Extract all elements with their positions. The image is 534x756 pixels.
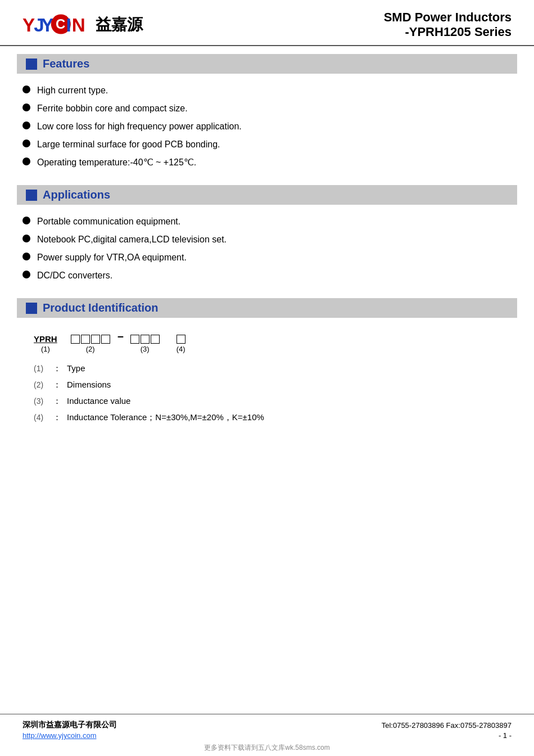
pid-group-4: (4)	[177, 335, 185, 353]
list-item: Portable communication equipment.	[22, 215, 512, 228]
feature-item-3: Low core loss for high frequency power a…	[37, 120, 242, 133]
bullet-dot	[22, 271, 30, 278]
pid-group2-label: (2)	[86, 345, 95, 353]
footer-watermark: 更多资料下载请到五八文库wk.58sms.com	[22, 741, 512, 754]
features-title: Features	[43, 57, 89, 70]
features-section-bar: Features	[17, 54, 517, 74]
legend-num-4: (4)	[34, 413, 47, 422]
bullet-dot	[22, 235, 30, 242]
pid-boxes-2	[71, 335, 110, 344]
pid-box	[81, 335, 90, 344]
title-line2: -YPRH1205 Series	[384, 25, 512, 39]
list-item: High current type.	[22, 84, 512, 97]
logo-area: Y J Y C I N 益嘉源	[22, 11, 143, 38]
footer: 深圳市益嘉源电子有限公司 Tel:0755-27803896 Fax:0755-…	[0, 714, 534, 756]
title-line1: SMD Power Inductors	[384, 10, 512, 25]
logo-text-cn: 益嘉源	[96, 14, 143, 35]
product-id-diagram: YPRH (1) (2) －	[34, 329, 500, 353]
list-item: Power supply for VTR,OA equipment.	[22, 251, 512, 264]
pid-group3-label: (3)	[141, 345, 150, 353]
legend-num-3: (3)	[34, 397, 47, 406]
header: Y J Y C I N 益嘉源 SMD Power Inductors -YPR…	[0, 0, 534, 46]
applications-icon	[26, 190, 37, 201]
pid-prefix: YPRH	[34, 334, 57, 344]
svg-text:Y: Y	[22, 15, 35, 35]
footer-company: 深圳市益嘉源电子有限公司	[22, 720, 117, 730]
bullet-dot	[22, 158, 30, 165]
pid-box	[101, 335, 110, 344]
feature-item-4: Large terminal surface for good PCB bond…	[37, 138, 220, 151]
legend-desc-3: Inductance value	[67, 396, 130, 406]
pid-box	[71, 335, 80, 344]
product-id-title: Product Identification	[43, 302, 159, 314]
svg-text:I: I	[66, 15, 71, 35]
pid-group4-label: (4)	[177, 345, 185, 353]
list-item: (3) ： Inductance value	[34, 396, 500, 407]
bullet-dot	[22, 217, 30, 224]
bullet-dot	[22, 122, 30, 129]
list-item: (1) ： Type	[34, 363, 500, 374]
feature-item-2: Ferrite bobbin core and compact size.	[37, 102, 188, 115]
app-item-3: Power supply for VTR,OA equipment.	[37, 251, 187, 264]
list-item: (4) ： Inductance Tolerance；N=±30%,M=±20%…	[34, 412, 500, 423]
logo-graphic: Y J Y C I N	[22, 11, 90, 38]
pid-group-3: (3)	[130, 335, 160, 353]
legend-desc-2: Dimensions	[67, 380, 111, 389]
pid-separator: －	[115, 329, 126, 353]
pid-boxes-3	[130, 335, 160, 344]
pid-group-1: YPRH (1)	[34, 334, 57, 353]
app-item-4: DC/DC converters.	[37, 269, 112, 282]
pid-box	[91, 335, 100, 344]
pid-boxes-4	[177, 335, 185, 344]
features-icon	[26, 58, 37, 70]
pid-box	[141, 335, 150, 344]
legend-num-1: (1)	[34, 364, 47, 373]
feature-item-5: Operating temperature:-40℃ ~ +125℃.	[37, 156, 196, 169]
list-item: Operating temperature:-40℃ ~ +125℃.	[22, 156, 512, 169]
applications-title: Applications	[43, 188, 110, 201]
legend-desc-1: Type	[67, 363, 85, 373]
pid-box	[130, 335, 139, 344]
applications-list: Portable communication equipment. Notebo…	[22, 205, 512, 290]
list-item: Ferrite bobbin core and compact size.	[22, 102, 512, 115]
bullet-dot	[22, 104, 30, 111]
pid-group1-label: (1)	[41, 345, 50, 353]
list-item: Low core loss for high frequency power a…	[22, 120, 512, 133]
features-list: High current type. Ferrite bobbin core a…	[22, 74, 512, 177]
footer-page: - 1 -	[499, 731, 512, 740]
svg-text:N: N	[72, 15, 85, 35]
title-area: SMD Power Inductors -YPRH1205 Series	[384, 10, 512, 39]
pid-box	[177, 335, 185, 344]
product-id-icon	[26, 303, 37, 314]
list-item: (2) ： Dimensions	[34, 380, 500, 390]
product-id-legend: (1) ： Type (2) ： Dimensions (3) ： Induct…	[34, 363, 500, 423]
app-item-1: Portable communication equipment.	[37, 215, 180, 228]
legend-desc-4: Inductance Tolerance；N=±30%,M=±20%，K=±10…	[67, 412, 264, 423]
footer-row1: 深圳市益嘉源电子有限公司 Tel:0755-27803896 Fax:0755-…	[22, 720, 512, 730]
footer-row2: http://www.yjycoin.com - 1 -	[22, 731, 512, 740]
product-id-section-bar: Product Identification	[17, 298, 517, 318]
list-item: Large terminal surface for good PCB bond…	[22, 138, 512, 151]
list-item: DC/DC converters.	[22, 269, 512, 282]
pid-box	[151, 335, 160, 344]
applications-section-bar: Applications	[17, 185, 517, 205]
app-item-2: Notebook PC,digital camera,LCD televisio…	[37, 233, 227, 246]
bullet-dot	[22, 253, 30, 260]
footer-contact: Tel:0755-27803896 Fax:0755-27803897	[382, 721, 512, 730]
main-content: Features High current type. Ferrite bobb…	[0, 46, 534, 714]
feature-item-1: High current type.	[37, 84, 108, 97]
legend-num-2: (2)	[34, 380, 47, 389]
bullet-dot	[22, 140, 30, 147]
list-item: Notebook PC,digital camera,LCD televisio…	[22, 233, 512, 246]
pid-group-2: (2)	[71, 335, 110, 353]
footer-website[interactable]: http://www.yjycoin.com	[22, 731, 97, 740]
svg-text:C: C	[56, 16, 65, 32]
bullet-dot	[22, 86, 30, 93]
